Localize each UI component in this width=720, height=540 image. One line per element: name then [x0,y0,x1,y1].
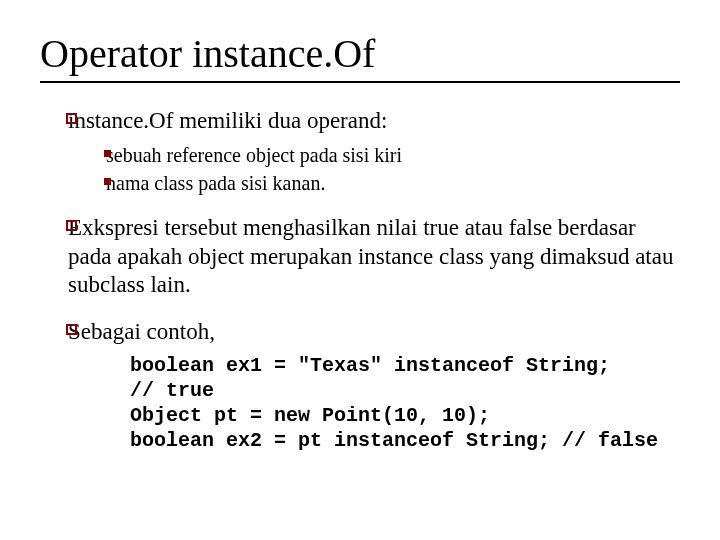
bullet-list: instance.Of memiliki dua operand: sebuah… [40,107,680,453]
bullet-text: instance.Of memiliki dua operand: [68,108,387,133]
sub-bullet-item: nama class pada sisi kanan. [106,170,680,196]
slide: Operator instance.Of instance.Of memilik… [0,0,720,540]
bullet-item: instance.Of memiliki dua operand: sebuah… [68,107,680,196]
sub-bullet-list: sebuah reference object pada sisi kiri n… [68,142,680,196]
bullet-text: Exkspresi tersebut menghasilkan nilai tr… [68,215,673,298]
bullet-item: Sebagai contoh, boolean ex1 = "Texas" in… [68,318,680,453]
sub-bullet-item: sebuah reference object pada sisi kiri [106,142,680,168]
bullet-item: Exkspresi tersebut menghasilkan nilai tr… [68,214,680,300]
slide-title: Operator instance.Of [40,30,680,83]
bullet-text: Sebagai contoh, [68,319,215,344]
sub-bullet-text: nama class pada sisi kanan. [106,172,325,194]
sub-bullet-text: sebuah reference object pada sisi kiri [106,144,402,166]
code-block: boolean ex1 = "Texas" instanceof String;… [130,353,680,453]
